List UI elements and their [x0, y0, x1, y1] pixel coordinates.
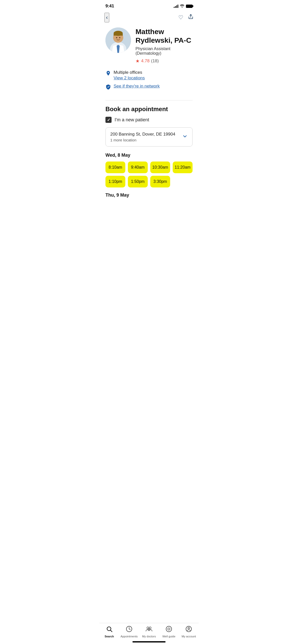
wed-section: Wed, 8 May 8:10am 9:40am 10:30am 11:20am…: [99, 153, 199, 187]
profile-section: Matthew Rydlewski, PA-C Physician Assist…: [99, 25, 199, 68]
search-icon: [106, 626, 113, 634]
battery-icon: [186, 5, 193, 8]
rating-count: (18): [151, 58, 159, 64]
svg-point-15: [166, 626, 172, 632]
my-account-icon: [185, 626, 192, 634]
status-time: 9:41: [105, 4, 114, 9]
my-doctors-label: My doctors: [142, 635, 156, 638]
new-patient-checkbox[interactable]: ✓: [105, 117, 112, 123]
favorite-button[interactable]: ♡: [178, 14, 183, 21]
top-nav: ‹ ♡: [99, 11, 199, 25]
location-row: Multiple offices View 2 locations: [105, 70, 193, 81]
nav-item-my-doctors[interactable]: My doctors: [139, 626, 159, 638]
time-slot-1120am[interactable]: 11:20am: [173, 162, 193, 173]
back-button[interactable]: ‹: [104, 13, 109, 22]
well-guide-icon: [166, 626, 172, 634]
signal-icon: [174, 4, 178, 8]
multiple-offices-label: Multiple offices: [114, 70, 145, 75]
time-slot-1030am[interactable]: 10:30am: [150, 162, 170, 173]
home-indicator: [132, 641, 166, 642]
nav-item-appointments[interactable]: Appointments: [119, 626, 139, 638]
book-section: Book an appointment ✓ I'm a new patient …: [99, 106, 199, 147]
nav-item-well-guide[interactable]: Well guide: [159, 626, 179, 638]
my-account-label: My account: [182, 635, 196, 638]
my-doctors-icon: [145, 626, 153, 634]
search-label: Search: [105, 635, 114, 638]
appointments-icon: [126, 626, 132, 634]
svg-line-8: [111, 630, 112, 632]
svg-point-18: [188, 627, 190, 629]
time-slot-810am[interactable]: 8:10am: [105, 162, 125, 173]
doctor-info: Matthew Rydlewski, PA-C Physician Assist…: [136, 27, 193, 64]
time-slot-330pm[interactable]: 3:30pm: [150, 176, 170, 187]
location-more: 1 more location: [110, 138, 175, 142]
shield-icon: [105, 84, 111, 91]
doctor-name: Matthew Rydlewski, PA-C: [136, 27, 193, 45]
avatar: [105, 27, 131, 53]
view-locations-link[interactable]: View 2 locations: [114, 76, 145, 81]
wed-label: Wed, 8 May: [105, 153, 193, 158]
status-bar: 9:41: [99, 0, 199, 11]
checkmark-icon: ✓: [107, 118, 110, 122]
location-pin-icon: [105, 70, 111, 77]
new-patient-row[interactable]: ✓ I'm a new patient: [105, 117, 193, 123]
star-icon: ★: [136, 58, 140, 64]
rating-value: 4.78: [141, 58, 150, 64]
wed-time-slots: 8:10am 9:40am 10:30am 11:20am 1:10pm 1:5…: [105, 162, 193, 187]
avatar-container: [105, 27, 131, 53]
location-dropdown-text: 200 Banning St, Dover, DE 19904 1 more l…: [110, 132, 175, 142]
doctor-specialty: Physician Assistant(Dermatology): [136, 47, 193, 56]
svg-point-5: [116, 37, 117, 38]
time-slot-940am[interactable]: 9:40am: [128, 162, 148, 173]
chevron-down-icon: [182, 134, 188, 140]
divider: [105, 100, 193, 100]
share-button[interactable]: [188, 14, 194, 21]
time-slot-150pm[interactable]: 1:50pm: [128, 176, 148, 187]
svg-point-16: [168, 628, 170, 630]
info-section: Multiple offices View 2 locations See if…: [99, 68, 199, 98]
svg-point-6: [119, 37, 120, 38]
thu-label: Thu, 9 May: [105, 193, 193, 198]
location-dropdown[interactable]: 200 Banning St, Dover, DE 19904 1 more l…: [105, 127, 193, 147]
status-icons: [174, 4, 193, 8]
network-link[interactable]: See if they're in network: [114, 84, 160, 89]
thu-section: Thu, 9 May: [99, 193, 199, 223]
nav-item-search[interactable]: Search: [99, 626, 119, 638]
appointments-label: Appointments: [120, 635, 138, 638]
new-patient-label: I'm a new patient: [115, 117, 149, 123]
network-row: See if they're in network: [105, 84, 193, 91]
nav-item-my-account[interactable]: My account: [179, 626, 199, 638]
time-slot-110pm[interactable]: 1:10pm: [105, 176, 125, 187]
location-address: 200 Banning St, Dover, DE 19904: [110, 132, 175, 137]
wifi-icon: [180, 4, 184, 8]
bottom-nav: Search Appointments My doctors: [99, 623, 199, 644]
well-guide-label: Well guide: [162, 635, 175, 638]
book-title: Book an appointment: [105, 106, 193, 113]
rating-row: ★ 4.78 (18): [136, 58, 193, 64]
